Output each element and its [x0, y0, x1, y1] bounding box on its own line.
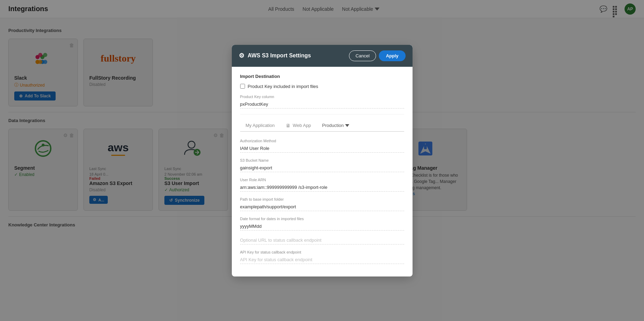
- s3-bucket-label: S3 Bucket Name: [240, 158, 404, 162]
- api-key-input[interactable]: [240, 256, 404, 264]
- auth-method-group: Authorization Method: [240, 139, 404, 153]
- web-app-icon: 🖥: [286, 123, 291, 128]
- date-format-group: Date format for dates in imported files: [240, 217, 404, 231]
- s3-bucket-input[interactable]: [240, 164, 404, 172]
- modal-overlay[interactable]: ⚙ AWS S3 Import Settings Cancel Apply Im…: [0, 0, 644, 321]
- product-key-checkbox[interactable]: [240, 84, 245, 89]
- s3-bucket-group: S3 Bucket Name: [240, 158, 404, 172]
- base-path-input[interactable]: [240, 203, 404, 211]
- callback-url-input[interactable]: [240, 236, 404, 244]
- product-key-column-input[interactable]: [240, 100, 404, 109]
- base-path-label: Path to base import folder: [240, 197, 404, 201]
- auth-method-label: Authorization Method: [240, 139, 404, 143]
- cancel-button[interactable]: Cancel: [349, 50, 376, 61]
- date-format-label: Date format for dates in imported files: [240, 217, 404, 221]
- modal-header: ⚙ AWS S3 Import Settings Cancel Apply: [232, 45, 413, 67]
- aws-s3-import-modal: ⚙ AWS S3 Import Settings Cancel Apply Im…: [232, 45, 413, 276]
- tab-my-application[interactable]: My Application: [240, 120, 280, 131]
- import-destination-label: Import Destination: [240, 74, 404, 79]
- user-role-arn-group: User Role ARN: [240, 178, 404, 192]
- product-key-column-label: Product Key column: [240, 95, 404, 99]
- api-key-label: API Key for status callback endpoint: [240, 250, 404, 254]
- production-chevron-icon: [345, 124, 349, 127]
- callback-url-group: [240, 236, 404, 244]
- user-role-arn-label: User Role ARN: [240, 178, 404, 182]
- modal-body: Import Destination Product Key included …: [232, 67, 413, 276]
- settings-gear-icon: ⚙: [239, 52, 244, 59]
- apply-button[interactable]: Apply: [379, 50, 405, 61]
- modal-header-actions: Cancel Apply: [349, 50, 406, 61]
- api-key-group: API Key for status callback endpoint: [240, 250, 404, 264]
- modal-divider-1: [240, 114, 404, 114]
- product-key-checkbox-row: Product Key included in import files: [240, 84, 404, 89]
- product-key-column-group: Product Key column: [240, 95, 404, 109]
- base-path-group: Path to base import folder: [240, 197, 404, 211]
- user-role-arn-input[interactable]: [240, 183, 404, 192]
- date-format-input[interactable]: [240, 222, 404, 231]
- tab-production[interactable]: Production: [317, 120, 355, 131]
- auth-method-input[interactable]: [240, 144, 404, 153]
- modal-header-title: ⚙ AWS S3 Import Settings: [239, 52, 311, 59]
- product-key-checkbox-label: Product Key included in import files: [248, 84, 318, 89]
- modal-tab-row: My Application 🖥 Web App Production: [240, 120, 404, 132]
- tab-web-app[interactable]: 🖥 Web App: [280, 120, 317, 132]
